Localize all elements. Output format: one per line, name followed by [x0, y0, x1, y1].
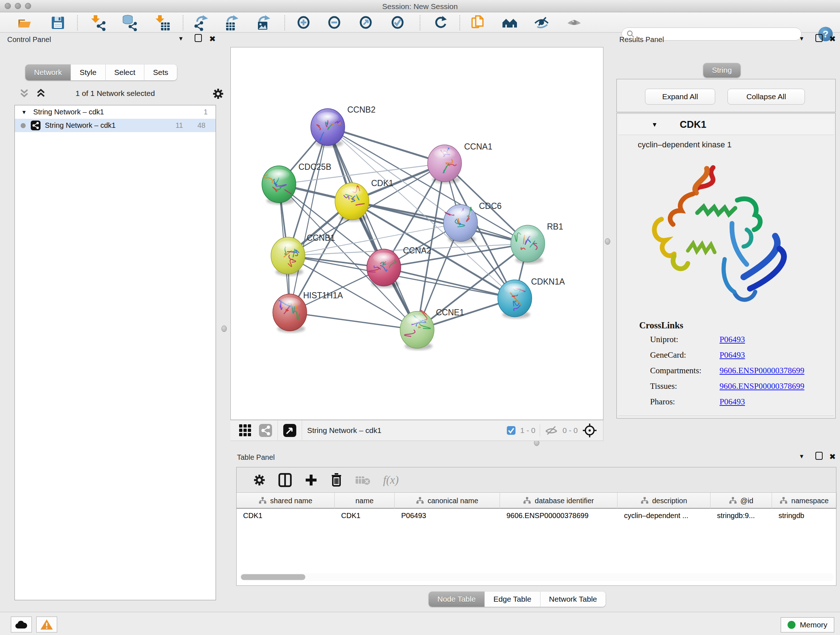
show-columns-icon[interactable]	[278, 473, 292, 487]
delete-column-trash-icon[interactable]	[330, 473, 343, 487]
network-node-CCNA1[interactable]	[428, 145, 462, 182]
tab-network[interactable]: Network	[25, 65, 71, 80]
table-horizontal-scrollbar[interactable]	[240, 573, 834, 581]
grid-view-icon[interactable]	[238, 424, 252, 437]
selected-checkbox-icon[interactable]	[507, 426, 516, 435]
control-panel-float-button[interactable]: ▼	[178, 35, 184, 42]
gear-icon[interactable]	[212, 88, 224, 100]
column-header-database-identifier[interactable]: database identifier	[500, 493, 617, 509]
crosslink-value-link[interactable]: 9606.ENSP00000378699	[720, 382, 805, 391]
warnings-button[interactable]	[36, 616, 57, 632]
control-panel-maximize-button[interactable]	[195, 34, 202, 42]
save-session-button[interactable]	[49, 14, 66, 31]
network-edge[interactable]	[290, 127, 328, 312]
tab-style[interactable]: Style	[71, 65, 106, 80]
column-header-description[interactable]: description	[617, 493, 711, 509]
network-node-CDC6[interactable]	[444, 204, 477, 241]
warning-triangle-icon	[40, 619, 53, 630]
column-header-shared-name[interactable]: shared name	[237, 493, 335, 509]
network-tree-root-row[interactable]: ▼ String Network – cdk1 1	[15, 105, 216, 119]
network-node-CDK1[interactable]	[335, 183, 369, 220]
network-node-CDKN1A[interactable]	[498, 280, 532, 317]
table-panel-float-button[interactable]: ▼	[799, 453, 805, 460]
crosslink-value-link[interactable]: P06493	[720, 397, 745, 407]
import-network-file-button[interactable]	[90, 14, 107, 31]
table-cell[interactable]: CDK1	[237, 509, 335, 523]
network-tree-item-row[interactable]: String Network – cdk1 11 48	[15, 119, 216, 132]
eye-view-button[interactable]	[566, 14, 583, 31]
export-image-button[interactable]	[255, 14, 272, 31]
results-panel-close-button[interactable]: ✖	[829, 35, 836, 44]
import-table-file-button[interactable]	[154, 14, 172, 31]
eye-edit-button[interactable]	[533, 14, 551, 31]
entry-collapse-arrow-icon[interactable]: ▼	[652, 121, 658, 128]
main-toolbar: ?	[0, 12, 840, 33]
crosslink-value-link[interactable]: 9606.ENSP00000378699	[720, 366, 805, 375]
network-node-label: CCNB2	[347, 105, 376, 114]
right-splitter-handle[interactable]	[605, 238, 610, 245]
open-session-button[interactable]	[16, 14, 33, 31]
table-cell[interactable]: stringdb	[772, 509, 837, 523]
export-network-icon	[193, 14, 210, 31]
zoom-out-button[interactable]	[326, 14, 343, 31]
memory-button[interactable]: Memory	[781, 617, 834, 632]
string-home-button[interactable]	[501, 14, 519, 31]
add-column-plus-icon[interactable]	[304, 473, 318, 487]
export-network-button[interactable]	[193, 14, 210, 31]
network-node-CCNB1[interactable]	[271, 237, 305, 274]
table-cell[interactable]: P06493	[395, 509, 500, 523]
zoom-in-button[interactable]	[295, 14, 313, 31]
network-edge[interactable]	[384, 268, 515, 298]
tab-node-table[interactable]: Node Table	[429, 592, 485, 607]
zoom-selected-button[interactable]	[389, 14, 407, 31]
table-cell[interactable]: cyclin–dependent ...	[617, 509, 711, 523]
column-header-canonical-name[interactable]: canonical name	[395, 493, 500, 509]
table-cell[interactable]: CDK1	[335, 509, 395, 523]
import-network-database-button[interactable]	[121, 14, 138, 31]
network-node-RB1[interactable]	[511, 225, 545, 262]
table-cell[interactable]: 9606.ENSP00000378699	[500, 509, 617, 523]
left-splitter-handle[interactable]	[221, 325, 227, 332]
tree-collapse-arrow-icon[interactable]: ▼	[21, 109, 27, 115]
detach-view-icon[interactable]	[283, 424, 297, 437]
birdseye-crosshair-icon[interactable]	[582, 423, 597, 438]
table-cell[interactable]: stringdb:9...	[711, 509, 772, 523]
network-node-CDC25B[interactable]	[262, 166, 296, 203]
column-header-id[interactable]: @id	[711, 493, 772, 509]
cloud-button[interactable]	[11, 616, 32, 632]
crosslink-value-link[interactable]: P06493	[720, 335, 745, 344]
tab-select[interactable]: Select	[106, 65, 144, 80]
results-panel-float-button[interactable]: ▼	[799, 35, 805, 42]
column-header-name[interactable]: name	[335, 493, 395, 509]
results-entry-box: ▼ CDK1 cyclin–dependent kinase 1 CrossLi…	[616, 113, 836, 418]
table-scrollbar-thumb[interactable]	[241, 574, 305, 580]
column-header-namespace[interactable]: namespace	[772, 493, 837, 509]
network-node-CCNE1[interactable]	[400, 310, 434, 348]
table-settings-gear-icon[interactable]	[253, 473, 266, 486]
hidden-eye-icon[interactable]	[545, 425, 558, 436]
share-view-icon[interactable]	[259, 424, 272, 437]
collapse-all-button[interactable]: Collapse All	[728, 89, 805, 105]
entry-header-row[interactable]: ▼ CDK1	[618, 115, 834, 135]
network-node-HIST1H1A[interactable]	[273, 294, 307, 331]
entry-description: cyclin–dependent kinase 1	[638, 140, 731, 149]
network-canvas[interactable]: CCNB2CCNA1CDC25BCDK1CDC6RB1CCNB1CCNA2CDK…	[231, 47, 603, 420]
expand-all-button[interactable]: Expand All	[645, 89, 715, 105]
crosslink-value-link[interactable]: P06493	[720, 350, 745, 360]
results-panel-maximize-button[interactable]	[815, 34, 823, 42]
network-edge[interactable]	[328, 127, 445, 163]
tab-sets[interactable]: Sets	[144, 65, 177, 80]
copy-documents-button[interactable]	[470, 14, 487, 31]
control-panel-close-button[interactable]: ✖	[209, 35, 216, 44]
table-panel-close-button[interactable]: ✖	[829, 452, 836, 462]
export-table-button[interactable]	[223, 14, 240, 31]
apply-preferred-layout-button[interactable]	[432, 14, 449, 31]
network-node-CCNB2[interactable]	[311, 109, 345, 146]
zoom-fit-content-button[interactable]	[357, 14, 375, 31]
table-panel-maximize-button[interactable]	[815, 452, 823, 460]
network-node-CCNA2[interactable]	[367, 249, 401, 286]
network-edge[interactable]	[290, 312, 417, 330]
tab-string[interactable]: String	[703, 63, 741, 78]
tab-edge-table[interactable]: Edge Table	[485, 592, 540, 607]
tab-network-table[interactable]: Network Table	[540, 592, 606, 607]
